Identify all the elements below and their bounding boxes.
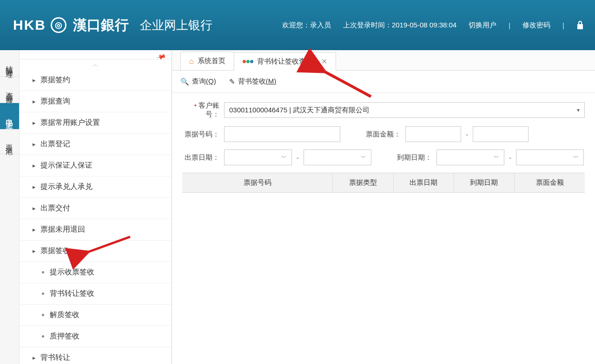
sidebar-item-prompt-guarantor[interactable]: ▸提示保证人保证 [20,155,172,176]
search-icon: 🔍 [180,78,189,86]
chevron-down-icon: ﹀ [494,154,499,162]
header-right: 欢迎您：录入员 上次登录时间：2019-05-08 09:38:04 切换用户 … [282,20,584,30]
rail-item-fund[interactable]: 资金管理 [0,77,19,103]
last-login-text: 上次登录时间：2019-05-08 09:38:04 [343,21,456,30]
sidebar-item-pledge-receive[interactable]: 质押签收 [20,326,172,347]
range-dash: - [297,154,299,162]
grid-header: 票据号码 票据类型 出票日期 到期日期 票面金额 [182,173,585,193]
app-header: HKB ◎ 漢口銀行 企业网上银行 欢迎您：录入员 上次登录时间：2019-05… [0,0,595,50]
dot-icon [42,335,44,338]
due-date-to[interactable]: ﹀ [516,150,584,165]
tab-bar: ⌂ 系统首页 背书转让签收查询 ✕ [172,50,595,71]
change-password-link[interactable]: 修改密码 [522,21,550,30]
chevron-down-icon: ﹀ [573,154,579,162]
range-dash: - [466,130,468,138]
col-bill-no: 票据号码 [182,173,333,192]
caret-icon: ▸ [33,205,36,212]
switch-user-link[interactable]: 切换用户 [469,21,496,30]
range-dash: - [509,154,511,162]
sidebar-item-endorse-receive[interactable]: 背书转让签收 [20,283,172,305]
caret-icon: ▸ [33,183,36,190]
side-rail: 结算管理 资金管理 电子汇票 票据池 [0,50,20,364]
sidebar-item-ticket-sign[interactable]: ▸票据签约 [20,70,172,91]
endorse-button[interactable]: ✎ 背书签收(M) [229,77,277,86]
rail-item-billpool[interactable]: 票据池 [0,130,19,154]
issue-date-from[interactable]: ﹀ [224,150,292,165]
bill-no-input[interactable] [224,126,340,142]
logo-mark-icon: ◎ [51,17,66,33]
logo-text-cn: 漢口銀行 [73,16,129,35]
svg-line-1 [323,71,371,97]
caret-icon: ▸ [33,162,36,169]
sidebar-item-prompt-receive[interactable]: 提示收票签收 [20,262,172,283]
dot-icon [42,292,44,295]
col-amount: 票面金额 [515,173,585,192]
caret-icon: ▸ [33,141,36,148]
issue-date-label: 出票日期： [182,153,219,162]
amount-label: 票面金额： [364,130,401,139]
menu-top-bar: 📌 [20,50,172,59]
toolbar: 🔍 查询(Q) ✎ 背书签收(M) [172,71,595,93]
account-label: 客户账号： [182,101,219,119]
dot-icon [42,314,44,316]
result-grid: 票据号码 票据类型 出票日期 到期日期 票面金额 [182,173,585,193]
side-menu: 📌 ︿ ▸票据签约 ▸票据查询 ▸票据常用账户设置 ▸出票登记 ▸提示保证人保证… [20,50,172,364]
col-due-date: 到期日期 [454,173,515,192]
due-date-from[interactable]: ﹀ [436,150,504,165]
svg-line-0 [86,237,130,253]
home-icon: ⌂ [189,57,194,65]
caret-icon: ▸ [33,77,36,84]
sidebar-item-unpledge-receive[interactable]: 解质签收 [20,305,172,326]
bank-logo: HKB ◎ 漢口銀行 企业网上银行 [13,16,212,35]
sidebar: 结算管理 资金管理 电子汇票 票据池 📌 ︿ ▸票据签约 ▸票据查询 ▸票据常用… [0,50,172,364]
amount-to-input[interactable] [473,126,529,142]
app-name: 企业网上银行 [140,17,212,33]
sidebar-item-ticket-query[interactable]: ▸票据查询 [20,91,172,112]
sidebar-item-issue-register[interactable]: ▸出票登记 [20,134,172,155]
scroll-up-icon[interactable]: ︿ [20,59,172,70]
main-area: ⌂ 系统首页 背书转让签收查询 ✕ 🔍 查询(Q) ✎ 背书签收(M) [172,50,595,364]
dot-icon [42,271,44,273]
caret-icon: ▸ [33,98,36,105]
rail-item-edraft[interactable]: 电子汇票 [0,103,19,130]
col-issue-date: 出票日期 [394,173,454,192]
bill-no-label: 票据号码： [182,130,219,139]
sidebar-item-prompt-acceptor[interactable]: ▸提示承兑人承兑 [20,176,172,198]
pencil-icon: ✎ [229,78,235,86]
close-icon[interactable]: ✕ [321,57,327,66]
col-bill-type: 票据类型 [333,173,393,192]
caret-icon: ▸ [33,119,36,126]
caret-icon: ▸ [33,354,36,361]
caret-icon: ▸ [33,226,36,233]
query-button[interactable]: 🔍 查询(Q) [180,77,216,86]
chevron-down-icon: ﹀ [361,154,366,162]
account-select[interactable]: 030011000046475 | 武汉天下通商贸有限公司 ▾ [224,102,585,118]
logo-text-en: HKB [13,17,46,33]
tab-home[interactable]: ⌂ 系统首页 [180,52,234,70]
issue-date-to[interactable]: ﹀ [304,150,371,165]
due-date-label: 到期日期： [395,153,432,162]
chevron-down-icon: ▾ [577,107,580,113]
sidebar-item-issue-deliver[interactable]: ▸出票交付 [20,198,172,219]
colored-dots-icon [243,60,253,63]
annotation-arrow-sidebar [84,235,135,258]
separator: | [562,21,564,29]
amount-from-input[interactable] [405,126,461,142]
lock-icon[interactable] [576,20,584,30]
sidebar-item-endorse-transfer[interactable]: ▸背书转让 [20,347,172,364]
tab-active-label: 背书转让签收查询 [257,57,313,66]
account-value: 030011000046475 | 武汉天下通商贸有限公司 [229,106,370,115]
separator: | [509,21,510,29]
welcome-text: 欢迎您：录入员 [282,21,331,30]
chevron-down-icon: ﹀ [281,154,287,162]
annotation-arrow-tab [320,68,376,102]
filter-form: 客户账号： 030011000046475 | 武汉天下通商贸有限公司 ▾ 票据… [172,93,595,201]
tab-home-label: 系统首页 [198,57,225,65]
sidebar-item-account-setup[interactable]: ▸票据常用账户设置 [20,112,172,134]
rail-item-settlement[interactable]: 结算管理 [0,50,19,77]
caret-icon: ▸ [33,247,36,254]
